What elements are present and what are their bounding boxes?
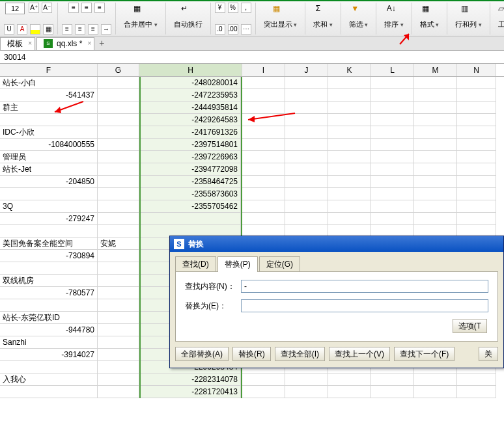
cell[interactable]: 双线机房 [0, 275, 98, 287]
cell[interactable]: -1084000555 [0, 139, 98, 151]
col-header-N[interactable]: N [457, 64, 496, 76]
cell[interactable] [242, 89, 285, 102]
cell[interactable] [0, 299, 98, 312]
cell[interactable] [328, 139, 371, 151]
cell[interactable] [414, 139, 457, 151]
cell[interactable] [98, 349, 139, 361]
cell[interactable] [414, 77, 457, 89]
cell[interactable]: -3914027 [0, 349, 98, 361]
cell[interactable] [0, 225, 98, 237]
cell[interactable]: -279247 [0, 213, 98, 225]
cell[interactable]: -2429264583 [141, 114, 241, 126]
format-button[interactable]: ▦ 格式 [416, 3, 443, 31]
cell[interactable] [371, 163, 414, 176]
cell[interactable]: -204850 [0, 176, 98, 188]
formula-bar[interactable]: 30014 [0, 51, 504, 64]
find-all-button[interactable]: 查找全部(I) [275, 347, 325, 361]
cell[interactable] [0, 114, 98, 126]
cell[interactable] [98, 336, 139, 349]
cell[interactable]: 站长-Jet [0, 163, 98, 176]
cell[interactable] [328, 89, 371, 102]
align-center-icon[interactable]: ≡ [75, 24, 85, 34]
cell[interactable] [457, 200, 496, 213]
cell[interactable] [285, 373, 328, 386]
cell[interactable]: Sanzhi [0, 336, 98, 349]
tab-replace[interactable]: 替换(P) [217, 256, 258, 272]
col-header-L[interactable]: L [371, 64, 414, 76]
cell[interactable]: -2282314078 [141, 373, 241, 386]
inc-decimal-icon[interactable]: .0 [215, 24, 225, 34]
cell[interactable] [371, 213, 414, 225]
cell[interactable] [328, 163, 371, 176]
cell[interactable] [414, 126, 457, 139]
cell[interactable] [457, 373, 496, 386]
cell[interactable] [371, 126, 414, 139]
cell[interactable]: -2480280014 [141, 77, 241, 89]
find-input[interactable] [241, 280, 488, 293]
cell[interactable] [242, 139, 285, 151]
col-header-M[interactable]: M [414, 64, 457, 76]
cell[interactable] [414, 163, 457, 176]
dec-decimal-icon[interactable]: .00 [228, 24, 238, 34]
cell[interactable] [414, 213, 457, 225]
cell[interactable] [371, 386, 414, 398]
cell[interactable] [414, 151, 457, 163]
cell[interactable]: 管理员 [0, 151, 98, 163]
sort-button[interactable]: A↓ 排序 [380, 3, 408, 31]
cell[interactable] [285, 163, 328, 176]
cell[interactable] [371, 188, 414, 200]
merge-center-button[interactable]: ▦ 合并居中 [120, 3, 161, 31]
cell[interactable]: -2417691326 [141, 126, 241, 139]
cell[interactable] [0, 262, 98, 275]
percent-icon[interactable]: % [228, 3, 238, 13]
increase-font-icon[interactable]: A⁺ [29, 3, 39, 13]
cell[interactable] [98, 114, 139, 126]
rowcol-button[interactable]: ▥ 行和列 [451, 3, 486, 31]
align-bot-icon[interactable]: ≡ [94, 3, 105, 13]
currency-icon[interactable]: ¥ [215, 3, 225, 13]
cell[interactable] [242, 126, 285, 139]
cell[interactable] [98, 225, 139, 237]
cell[interactable] [285, 77, 328, 89]
cell[interactable] [242, 176, 285, 188]
cell[interactable] [98, 213, 139, 225]
cell[interactable] [328, 77, 371, 89]
cell[interactable] [457, 126, 496, 139]
cell[interactable] [328, 188, 371, 200]
dialog-titlebar[interactable]: S 替换 [170, 236, 503, 252]
close-button[interactable]: 关 [479, 347, 498, 361]
cell[interactable] [98, 200, 139, 213]
cell[interactable] [328, 114, 371, 126]
cell[interactable] [242, 213, 285, 225]
cell[interactable] [328, 386, 371, 398]
col-header-H[interactable]: H [139, 64, 242, 76]
cell[interactable]: 站长-小白 [0, 77, 98, 89]
cell[interactable]: IDC-小欣 [0, 126, 98, 139]
cell[interactable] [371, 114, 414, 126]
cell[interactable] [457, 102, 496, 114]
cell[interactable] [0, 361, 98, 373]
cell[interactable]: -2394772098 [141, 163, 241, 176]
cell[interactable] [457, 163, 496, 176]
font-size-box[interactable]: 12 [5, 3, 25, 14]
cell[interactable] [371, 176, 414, 188]
cell[interactable] [457, 139, 496, 151]
cell[interactable] [242, 163, 285, 176]
cell[interactable] [242, 373, 285, 386]
cell[interactable] [242, 188, 285, 200]
cell[interactable] [98, 102, 139, 114]
cell[interactable] [414, 386, 457, 398]
cell[interactable] [328, 176, 371, 188]
cell[interactable] [98, 324, 139, 336]
cell[interactable] [0, 188, 98, 200]
cell[interactable]: -2358464725 [141, 176, 241, 188]
cell[interactable]: 入我心 [0, 373, 98, 386]
cell[interactable] [242, 151, 285, 163]
col-header-G[interactable]: G [98, 64, 139, 76]
align-right-icon[interactable]: ≡ [88, 24, 98, 34]
cell[interactable] [242, 200, 285, 213]
underline-icon[interactable]: U [4, 24, 14, 34]
cell[interactable] [414, 114, 457, 126]
cell[interactable] [285, 151, 328, 163]
comma-icon[interactable]: , [241, 3, 251, 13]
